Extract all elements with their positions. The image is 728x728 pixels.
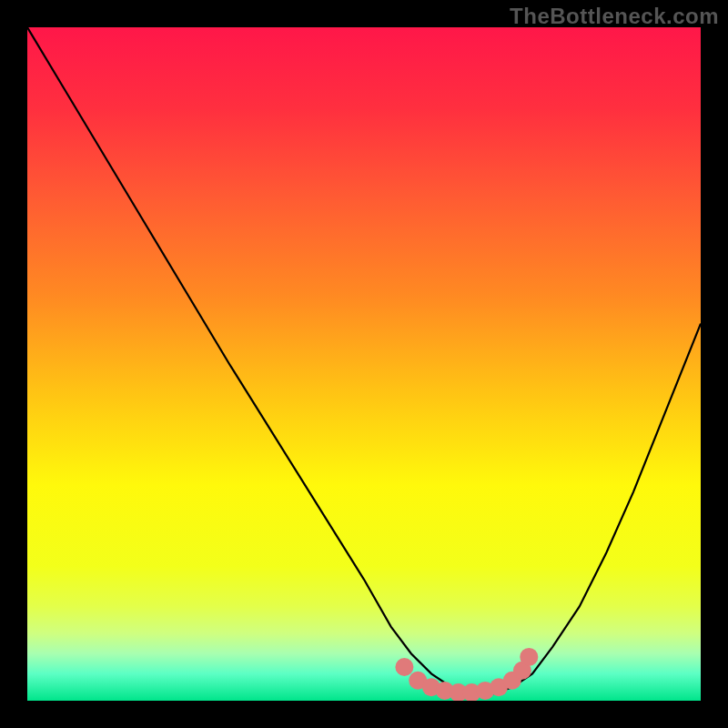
plot-svg [27, 27, 701, 701]
marker-dot [520, 648, 538, 666]
chart-container: TheBottleneck.com [0, 0, 728, 728]
gradient-background [27, 27, 701, 701]
watermark-text: TheBottleneck.com [510, 4, 719, 29]
marker-dot [395, 658, 413, 676]
plot-area [27, 27, 701, 701]
